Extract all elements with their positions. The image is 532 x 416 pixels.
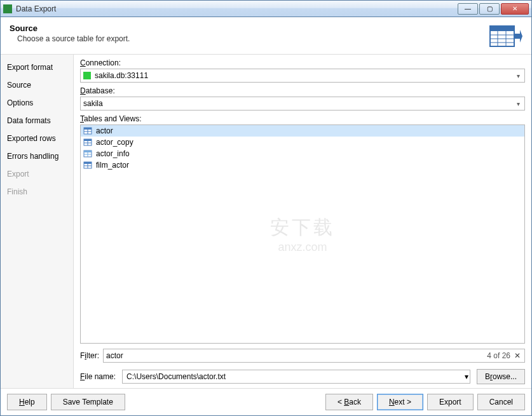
tables-label: Tables and Views: <box>80 114 525 123</box>
page-title: Source <box>10 23 489 33</box>
back-button[interactable]: < Back <box>325 394 373 410</box>
list-item[interactable]: actor_info <box>81 148 524 159</box>
table-icon <box>83 138 92 146</box>
app-icon <box>3 4 12 13</box>
svg-rect-16 <box>84 151 92 152</box>
sidebar-item-errors-handling[interactable]: Errors handling <box>1 147 73 165</box>
sidebar-item-options[interactable]: Options <box>1 94 73 112</box>
list-item[interactable]: film_actor <box>81 159 524 171</box>
window-title: Data Export <box>16 4 56 13</box>
connection-status-icon <box>83 72 91 79</box>
view-icon <box>83 150 92 158</box>
list-item-label: actor_info <box>96 149 130 158</box>
save-template-button[interactable]: Save Template <box>51 394 125 410</box>
export-grid-icon <box>489 23 522 49</box>
connection-combo[interactable]: sakila.db:33111 ▾ <box>80 69 525 83</box>
body: Export format Source Options Data format… <box>1 55 531 388</box>
table-icon <box>83 127 92 135</box>
tables-listbox[interactable]: actor actor_copy actor_info film_actor 安… <box>80 124 525 344</box>
close-button[interactable]: ✕ <box>501 3 529 15</box>
list-item-label: actor_copy <box>96 138 133 147</box>
svg-rect-20 <box>84 162 92 164</box>
svg-rect-8 <box>84 128 92 130</box>
header: Source Choose a source table for export. <box>1 17 531 55</box>
sidebar-item-source[interactable]: Source <box>1 76 73 94</box>
connection-label: Connection: <box>80 58 525 67</box>
chevron-down-icon: ▾ <box>465 372 468 381</box>
next-button[interactable]: Next > <box>377 394 423 410</box>
filter-count: 4 of 26 <box>484 351 513 360</box>
filename-combo[interactable]: C:\Users\Documents\actor.txt ▾ <box>122 370 470 384</box>
titlebar: Data Export — ▢ ✕ <box>1 1 531 17</box>
database-combo[interactable]: sakila ▾ <box>80 97 525 111</box>
list-item-label: film_actor <box>96 161 129 170</box>
page-subtitle: Choose a source table for export. <box>10 34 489 43</box>
sidebar-item-export-format[interactable]: Export format <box>1 58 73 76</box>
help-button[interactable]: Help <box>7 394 47 410</box>
filter-box: 4 of 26 ✕ <box>103 349 525 363</box>
list-item[interactable]: actor <box>81 125 524 137</box>
filter-clear-icon[interactable]: ✕ <box>513 351 522 360</box>
filename-label: File name: <box>80 372 116 381</box>
table-icon <box>83 161 92 169</box>
sidebar: Export format Source Options Data format… <box>1 55 74 388</box>
list-item[interactable]: actor_copy <box>81 137 524 148</box>
window: Data Export — ▢ ✕ Source Choose a source… <box>0 0 532 416</box>
list-item-label: actor <box>96 126 113 135</box>
filter-label: Filter: <box>80 351 99 360</box>
footer: Help Save Template < Back Next > Export … <box>1 388 531 415</box>
filter-input[interactable] <box>106 351 484 360</box>
chevron-down-icon: ▾ <box>513 100 523 107</box>
main-panel: Connection: sakila.db:33111 ▾ Database: … <box>74 55 531 388</box>
sidebar-item-exported-rows[interactable]: Exported rows <box>1 130 73 147</box>
sidebar-item-data-formats[interactable]: Data formats <box>1 112 73 130</box>
database-value: sakila <box>83 99 513 108</box>
filename-value: C:\Users\Documents\actor.txt <box>126 372 465 381</box>
svg-rect-1 <box>490 26 514 31</box>
window-buttons: — ▢ ✕ <box>458 3 529 15</box>
maximize-button[interactable]: ▢ <box>479 3 500 15</box>
sidebar-item-export: Export <box>1 165 73 183</box>
filename-row: File name: C:\Users\Documents\actor.txt … <box>80 369 525 384</box>
sidebar-item-finish: Finish <box>1 183 73 201</box>
chevron-down-icon: ▾ <box>513 72 523 79</box>
database-label: Database: <box>80 86 525 95</box>
watermark: 安下载 anxz.com <box>270 215 335 254</box>
browse-button[interactable]: Browse... <box>477 369 525 384</box>
svg-rect-12 <box>84 139 92 141</box>
export-button[interactable]: Export <box>427 394 474 410</box>
minimize-button[interactable]: — <box>458 3 478 15</box>
connection-value: sakila.db:33111 <box>95 71 513 80</box>
filter-row: Filter: 4 of 26 ✕ <box>80 349 525 363</box>
cancel-button[interactable]: Cancel <box>477 394 525 410</box>
